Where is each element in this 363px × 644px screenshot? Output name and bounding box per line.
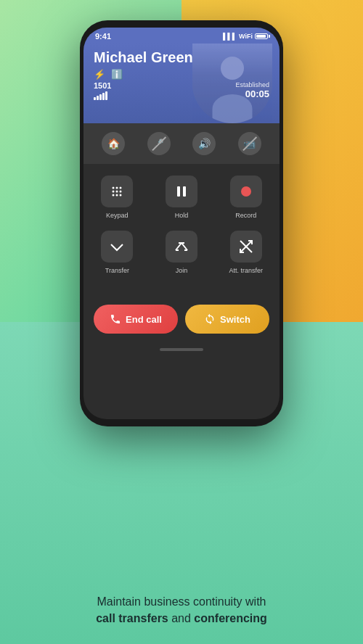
- svg-rect-10: [183, 186, 186, 197]
- video-off-icon: 📹: [238, 132, 261, 155]
- caller-number: 1501: [94, 81, 111, 90]
- footer-line1-text: Maintain business continuity with: [97, 595, 266, 608]
- svg-line-12: [182, 243, 187, 250]
- footer-and: and: [168, 612, 195, 624]
- record-icon: [230, 176, 262, 207]
- switch-label: Switch: [220, 314, 250, 325]
- phone-frame: 9:41 ▌▌▌ WiFi Michael Green ⚡ ℹ️ 1501: [80, 20, 283, 426]
- bar1: [94, 97, 96, 100]
- bar5: [105, 91, 107, 100]
- svg-point-5: [120, 191, 122, 193]
- caller-name: Michael Green: [94, 49, 269, 66]
- hold-control[interactable]: Hold: [155, 176, 208, 219]
- keypad-label: Keypad: [106, 212, 129, 219]
- actions-bar: 🏠 🎤 🔊 📹: [83, 123, 280, 164]
- transfer-svg: [109, 239, 125, 255]
- att-transfer-label: Att. transfer: [229, 267, 263, 274]
- caller-left: 1501: [94, 81, 111, 100]
- controls-grid: Keypad Hold: [91, 176, 272, 274]
- bottom-buttons: End call Switch: [83, 297, 280, 344]
- record-dot: [241, 186, 251, 197]
- end-call-button[interactable]: End call: [94, 305, 178, 334]
- att-transfer-icon: [230, 231, 262, 263]
- battery-icon: [255, 33, 268, 39]
- end-call-icon: [110, 313, 121, 325]
- end-call-label: End call: [126, 314, 162, 325]
- transfer-control[interactable]: Transfer: [91, 231, 144, 274]
- call-timer: 00:05: [235, 88, 269, 99]
- video-off-button[interactable]: 📹: [234, 129, 266, 158]
- signal-icon: ▌▌▌: [223, 33, 237, 40]
- status-bar: 9:41 ▌▌▌ WiFi: [83, 28, 280, 44]
- home-indicator: [83, 344, 280, 355]
- join-control[interactable]: Join: [155, 231, 208, 274]
- footer-line2: call transfers and conferencing: [29, 611, 334, 627]
- status-icons: ▌▌▌ WiFi: [223, 33, 268, 40]
- mute-button[interactable]: 🎤: [143, 129, 175, 158]
- svg-line-11: [176, 243, 182, 250]
- transfer-label: Transfer: [105, 267, 129, 274]
- svg-point-0: [113, 187, 115, 189]
- svg-point-4: [116, 191, 118, 193]
- record-control[interactable]: Record: [219, 176, 272, 219]
- switch-button[interactable]: Switch: [185, 305, 269, 334]
- transfer-icon: [101, 231, 133, 263]
- call-header: Michael Green ⚡ ℹ️ 1501 Est: [83, 44, 280, 123]
- pause-svg: [174, 184, 189, 199]
- footer-text: Maintain business continuity with call t…: [0, 594, 363, 627]
- phone-screen: 9:41 ▌▌▌ WiFi Michael Green ⚡ ℹ️ 1501: [83, 28, 280, 419]
- svg-point-1: [116, 187, 118, 189]
- join-svg: [174, 239, 189, 255]
- record-label: Record: [235, 212, 256, 219]
- mute-icon: 🎤: [147, 132, 171, 155]
- caller-icon-sound: ⚡: [94, 69, 105, 80]
- att-transfer-svg: [238, 239, 254, 255]
- status-time: 9:41: [95, 32, 111, 41]
- home-bar: [160, 348, 203, 351]
- svg-point-2: [120, 187, 122, 189]
- footer-bold2: conferencing: [194, 612, 266, 624]
- hold-label: Hold: [175, 212, 189, 219]
- keypad-control[interactable]: Keypad: [91, 176, 144, 219]
- caller-info-row: 1501 Established 00:05: [94, 81, 269, 100]
- home-button[interactable]: 🏠: [97, 129, 129, 158]
- join-label: Join: [176, 267, 188, 274]
- speaker-button[interactable]: 🔊: [188, 129, 220, 158]
- bar3: [99, 94, 102, 100]
- speaker-icon: 🔊: [192, 132, 216, 155]
- established-label: Established: [235, 81, 269, 88]
- keypad-icon: [101, 176, 133, 207]
- caller-icon-info[interactable]: ℹ️: [111, 69, 123, 80]
- footer-line1: Maintain business continuity with: [29, 594, 334, 610]
- svg-point-6: [113, 194, 115, 197]
- join-icon: [166, 231, 197, 263]
- svg-point-8: [120, 194, 122, 197]
- bar2: [97, 96, 99, 100]
- svg-point-3: [113, 191, 115, 193]
- wifi-icon: WiFi: [239, 33, 253, 40]
- bar4: [102, 93, 105, 100]
- svg-point-7: [116, 194, 118, 197]
- switch-icon: [204, 313, 216, 325]
- svg-rect-9: [177, 186, 180, 197]
- home-icon: 🏠: [102, 132, 125, 155]
- att-transfer-control[interactable]: Att. transfer: [219, 231, 272, 274]
- keypad-svg: [110, 184, 124, 199]
- hold-icon: [166, 176, 197, 207]
- signal-bars: [94, 91, 111, 100]
- footer-bold1: call transfers: [96, 612, 168, 624]
- controls-section: Keypad Hold: [83, 164, 280, 297]
- call-status: Established 00:05: [235, 81, 269, 99]
